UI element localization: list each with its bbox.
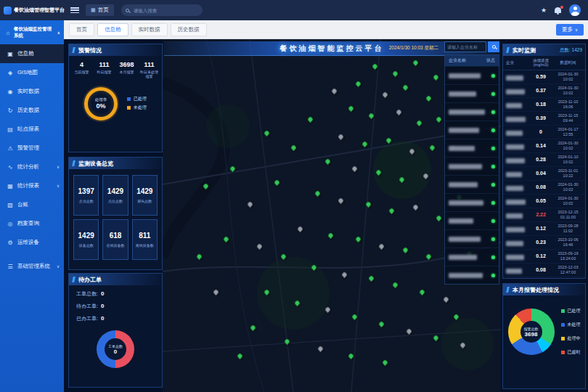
map-pin[interactable] [364,200,372,208]
more-button[interactable]: 更多 ∨ [556,24,584,36]
realtime-row[interactable]: 0.122023-09-28 11:02 [503,222,585,236]
map-pin[interactable] [399,176,406,183]
map-pin[interactable] [381,359,388,367]
menu-toggle-icon[interactable] [70,7,79,13]
map-pin[interactable] [314,190,321,197]
company-row[interactable] [445,248,499,266]
map-pin[interactable] [212,289,219,296]
realtime-row[interactable]: 0.372024-01-30 10:02 [503,84,585,98]
map-pin[interactable] [368,113,375,120]
map-pin[interactable] [460,342,467,349]
tab-3[interactable]: 历史数据 [171,23,207,36]
avatar[interactable] [569,4,581,16]
realtime-row[interactable]: 0.122023-09-19 13:24:00 [503,250,585,264]
map-pin[interactable] [425,94,433,102]
sidebar-item-site-report[interactable]: ▤站点报表 [0,120,64,139]
realtime-row[interactable]: 0.182023-11-10 16:06 [503,98,585,112]
realtime-row[interactable]: 0.232023-10-06 16:46 [503,236,585,250]
company-row[interactable] [445,121,499,139]
map-pin[interactable] [273,179,280,187]
map-pin[interactable] [419,289,426,296]
map-pin[interactable] [246,200,253,208]
map-pin[interactable] [338,197,345,204]
map-pin[interactable] [202,183,209,190]
map-pin[interactable] [348,352,355,359]
map-pin[interactable] [341,271,348,278]
map-pin[interactable] [429,144,436,151]
map-pin[interactable] [338,134,345,141]
map-pin[interactable] [263,130,270,137]
sidebar-item-gis-map[interactable]: ◈GIS地图 [0,63,64,82]
company-row[interactable] [445,175,499,193]
sidebar-item-history-data[interactable]: ↻历史数据 [0,101,64,120]
map-pin[interactable] [293,299,301,306]
company-row[interactable] [445,102,499,121]
map-pin[interactable] [354,81,362,88]
map-pin[interactable] [324,158,331,166]
map-pin[interactable] [425,253,433,261]
map-pin[interactable] [307,115,314,123]
map-pin[interactable] [381,91,388,98]
sidebar-item-info-hub[interactable]: ▣信息舱 [0,44,64,63]
map-pin[interactable] [452,314,460,321]
map-pin[interactable] [375,168,382,176]
realtime-row[interactable]: 0.592024-01-30 10:02 [503,70,585,84]
map-pin[interactable] [368,274,375,282]
map-pin[interactable] [280,253,287,261]
map-pin[interactable] [378,320,385,327]
map-pin[interactable] [283,338,290,346]
map-pin[interactable] [348,105,355,113]
company-row[interactable] [445,157,499,175]
map-pin[interactable] [432,335,439,342]
map-pin[interactable] [351,166,359,173]
sidebar-item-alarm-mgmt[interactable]: ⚠预警管理 [0,139,64,158]
company-search-button[interactable] [488,41,499,52]
realtime-row[interactable]: 0.052024-01-30 10:02 [503,195,585,208]
map-pin[interactable] [436,115,443,123]
company-row[interactable] [445,211,499,229]
bell-icon[interactable] [555,7,561,13]
map-pin[interactable] [385,137,392,144]
map-pin[interactable] [442,295,449,303]
company-row[interactable] [445,266,499,284]
map-pin[interactable] [354,236,362,243]
realtime-row[interactable]: 0.142024-01-30 10:02 [503,139,585,153]
map-pin[interactable] [395,109,402,116]
map-pin[interactable] [327,232,335,240]
map-view[interactable]: 餐饮油烟智能监控云平台 2024/1/30 10:03 星期二 企业名称 状态 [163,39,501,392]
company-row[interactable] [445,139,499,157]
company-row[interactable] [445,66,499,84]
tab-0[interactable]: 首页 [69,23,94,36]
map-pin[interactable] [391,282,399,289]
realtime-row[interactable]: 0.042023-11-01 10:22 [503,167,585,181]
map-pin[interactable] [351,314,359,321]
map-pin[interactable] [297,225,304,232]
map-pin[interactable] [256,242,264,250]
map-pin[interactable] [432,73,439,81]
realtime-row[interactable]: 0.082024-01-30 10:02 [503,181,585,195]
sidebar-item-realtime-data[interactable]: ◉实时数据 [0,82,64,101]
sidebar-system-title[interactable]: ⌂ 餐饮油烟监控管理系统 ∧ [0,20,64,44]
company-row[interactable] [445,193,499,211]
sidebar-item-stat-analysis[interactable]: ∿统计分析∨ [0,158,64,176]
sidebar-item-ops-device[interactable]: ⚙运维设备 [0,233,64,252]
map-pin[interactable] [195,253,203,261]
company-row[interactable] [445,84,499,102]
map-pin[interactable] [422,172,429,179]
tab-2[interactable]: 实时数据 [131,23,168,36]
map-pin[interactable] [222,236,229,243]
award-icon[interactable]: ★ [541,7,547,14]
nav-home-chip[interactable]: ▦ 首页 [86,4,114,16]
realtime-row[interactable]: 0.392023-11-15 09:44 [503,112,585,126]
company-row[interactable] [445,229,499,248]
map-pin[interactable] [391,70,399,77]
map-pin[interactable] [361,140,368,147]
map-pin[interactable] [409,147,416,155]
map-pin[interactable] [405,327,412,335]
sidebar-item-stat-report[interactable]: ▦统计报表∨ [0,176,64,195]
map-pin[interactable] [412,60,419,67]
map-pin[interactable] [436,215,443,222]
map-pin[interactable] [331,88,338,95]
sidebar-item-base-mgmt[interactable]: ☰基础管理系统∨ [0,257,64,276]
map-pin[interactable] [401,246,409,253]
